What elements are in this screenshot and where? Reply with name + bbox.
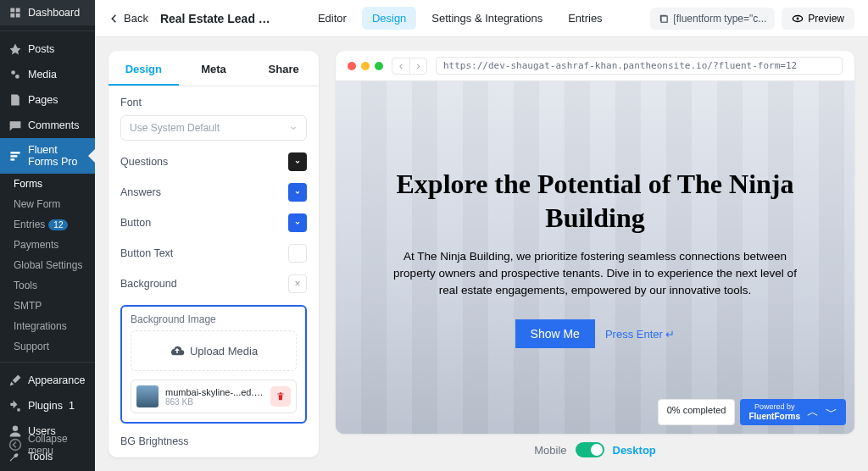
submenu-entries[interactable]: Entries12: [0, 214, 95, 235]
menu-comments-label: Comments: [28, 119, 79, 131]
svg-point-0: [11, 70, 15, 75]
collapse-menu[interactable]: Collapse menu: [0, 427, 95, 463]
menu-fluent-forms[interactable]: Fluent Forms Pro: [0, 138, 95, 174]
eye-icon: [792, 13, 804, 25]
nav-arrows: ‹ ›: [392, 58, 427, 75]
editor-topbar: Back Real Estate Lead Ge... Editor Desig…: [95, 0, 868, 37]
menu-appearance-label: Appearance: [28, 374, 85, 386]
submenu-forms[interactable]: Forms: [0, 174, 95, 194]
brush-icon: [8, 374, 22, 387]
powered-by-badge[interactable]: Powered by FluentForms ︿ ﹀: [740, 399, 846, 425]
file-name: mumbai-skyline-...ed.jpg: [165, 387, 264, 397]
panel-tab-meta[interactable]: Meta: [179, 51, 249, 86]
submenu-smtp[interactable]: SMTP: [0, 296, 95, 316]
tab-editor[interactable]: Editor: [308, 7, 357, 30]
preview-label: Preview: [808, 13, 844, 25]
show-me-button[interactable]: Show Me: [515, 319, 595, 348]
tab-design[interactable]: Design: [362, 7, 416, 30]
menu-posts[interactable]: Posts: [0, 36, 95, 62]
file-thumbnail: [136, 385, 159, 407]
back-label: Back: [124, 12, 148, 25]
svg-rect-4: [10, 158, 14, 160]
menu-posts-label: Posts: [28, 43, 54, 55]
tab-settings-integrations[interactable]: Settings & Integrations: [421, 7, 553, 30]
plugin-icon: [8, 399, 22, 413]
press-enter-hint: Press Enter ↵: [605, 328, 676, 341]
questions-label: Questions: [120, 156, 168, 168]
menu-media[interactable]: Media: [0, 62, 95, 87]
menu-appearance[interactable]: Appearance: [0, 368, 95, 393]
button-label: Button: [120, 217, 151, 229]
upload-media-button[interactable]: Upload Media: [131, 330, 297, 371]
dashboard-icon: [8, 6, 22, 19]
tab-entries[interactable]: Entries: [558, 7, 612, 30]
chevron-down-icon: [294, 189, 301, 196]
copy-icon: [659, 14, 669, 24]
menu-dashboard[interactable]: Dashboard: [0, 0, 95, 25]
submenu-integrations[interactable]: Integrations: [0, 316, 95, 336]
powered-brand: FluentForms: [748, 412, 800, 422]
collapse-icon: [8, 438, 22, 452]
button-color[interactable]: [288, 213, 307, 232]
url-bar[interactable]: https://dev-shaugat-ashraf-khan.pantheon…: [436, 57, 843, 75]
menu-comments[interactable]: Comments: [0, 113, 95, 138]
submenu-payments[interactable]: Payments: [0, 235, 95, 255]
main-area: Design Meta Share Font Use System Defaul…: [95, 37, 868, 471]
viewport-switch[interactable]: [576, 442, 604, 457]
maximize-dot: [375, 62, 383, 70]
arrow-left-icon: [108, 13, 120, 25]
viewport-toggle: Mobile Desktop: [336, 434, 854, 457]
submenu-new-form[interactable]: New Form: [0, 194, 95, 214]
submenu-global-settings[interactable]: Global Settings: [0, 255, 95, 275]
svg-point-6: [10, 440, 21, 451]
nav-back[interactable]: ‹: [392, 58, 409, 74]
viewport-mobile-label[interactable]: Mobile: [534, 444, 566, 457]
font-label: Font: [120, 97, 307, 108]
form-actions: Show Me Press Enter ↵: [515, 319, 676, 348]
back-button[interactable]: Back: [108, 12, 148, 25]
panel-tab-share[interactable]: Share: [248, 51, 319, 86]
pin-icon: [8, 42, 22, 56]
answers-color[interactable]: [288, 183, 307, 202]
trash-icon: [275, 391, 286, 402]
submenu-support[interactable]: Support: [0, 336, 95, 357]
preview-frame: ‹ › https://dev-shaugat-ashraf-khan.pant…: [336, 51, 854, 434]
font-select[interactable]: Use System Default: [120, 115, 307, 141]
font-value: Use System Default: [130, 122, 220, 134]
background-color[interactable]: ×: [288, 274, 307, 293]
menu-separator: [0, 362, 95, 363]
submenu-tools[interactable]: Tools: [0, 275, 95, 296]
progress-badge-group: 0% completed Powered by FluentForms ︿ ﹀: [658, 399, 846, 425]
preview-wrap: ‹ › https://dev-shaugat-ashraf-khan.pant…: [336, 51, 854, 457]
pages-icon: [8, 93, 22, 107]
progress-text: 0% completed: [658, 399, 736, 425]
menu-plugins-label: Plugins: [28, 400, 63, 412]
close-dot: [348, 62, 356, 70]
menu-plugins[interactable]: Plugins 1: [0, 393, 95, 418]
powered-small: Powered by: [748, 402, 800, 412]
collapse-label: Collapse menu: [28, 433, 86, 457]
menu-pages[interactable]: Pages: [0, 87, 95, 113]
panel-tab-design[interactable]: Design: [108, 51, 179, 86]
menu-media-label: Media: [28, 69, 57, 80]
wp-admin-sidebar: Dashboard Posts Media Pages Comments Flu…: [0, 0, 95, 471]
preview-button[interactable]: Preview: [782, 8, 854, 30]
shortcode-button[interactable]: [fluentform type="c...: [650, 8, 775, 30]
uploaded-file-row: mumbai-skyline-...ed.jpg 863 KB: [131, 380, 297, 413]
topbar-tabs: Editor Design Settings & Integrations En…: [308, 7, 613, 30]
viewport-desktop-label[interactable]: Desktop: [613, 444, 656, 457]
background-image-section: Background Image Upload Media mumbai-sky…: [120, 305, 307, 424]
plugins-badge: 1: [69, 400, 75, 412]
questions-color[interactable]: [288, 152, 307, 171]
form-subheading: At The Ninja Building, we prioritize fos…: [392, 248, 798, 300]
button-text-color[interactable]: [288, 244, 307, 263]
bg-image-label: Background Image: [131, 313, 297, 325]
file-delete-button[interactable]: [270, 386, 291, 407]
fluent-forms-submenu: Forms New Form Entries12 Payments Global…: [0, 174, 95, 357]
chevron-down-icon: [289, 124, 298, 132]
svg-point-1: [15, 75, 19, 79]
fluent-forms-icon: [8, 149, 22, 163]
chevron-down-icon: [294, 219, 301, 226]
chevron-down-icon: [294, 158, 301, 165]
nav-forward[interactable]: ›: [409, 58, 426, 74]
